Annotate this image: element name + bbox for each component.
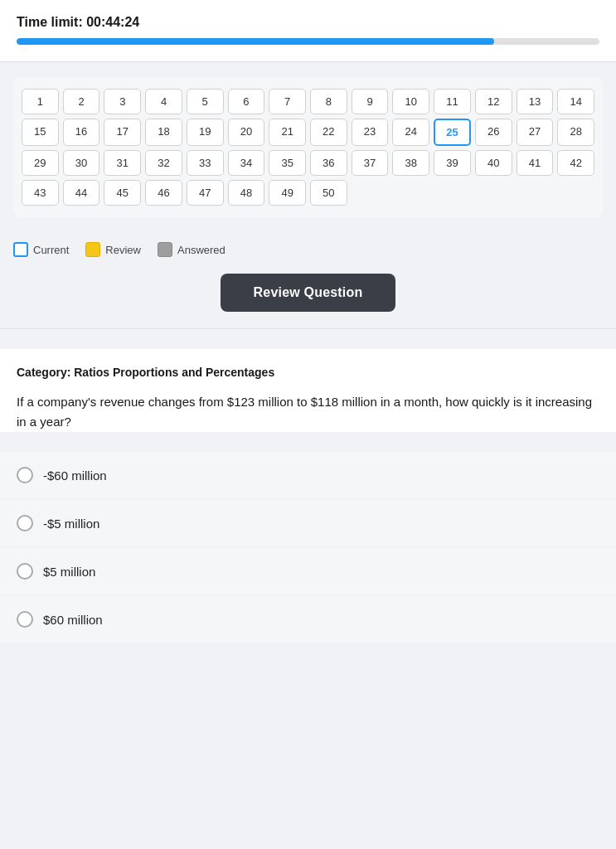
question-text: If a company's revenue changes from $123… (17, 392, 599, 432)
question-grid: 1234567891011121314151617181920212223242… (22, 89, 594, 206)
question-cell-5[interactable]: 5 (187, 89, 224, 114)
question-cell-30[interactable]: 30 (63, 150, 100, 176)
answer-option-3[interactable]: $5 million (0, 548, 616, 594)
answer-label-4: $60 million (43, 613, 103, 627)
legend-answered-label: Answered (177, 244, 226, 256)
answer-label-1: -$60 million (43, 468, 107, 483)
timer-section: Time limit: 00:44:24 (0, 0, 616, 62)
question-cell-48[interactable]: 48 (228, 180, 265, 206)
question-cell-25[interactable]: 25 (434, 119, 471, 146)
question-cell-37[interactable]: 37 (352, 150, 389, 176)
question-cell-49[interactable]: 49 (269, 180, 306, 206)
progress-bar-fill (17, 38, 494, 45)
question-cell-21[interactable]: 21 (269, 119, 306, 146)
question-cell-26[interactable]: 26 (475, 119, 512, 146)
radio-circle-1 (17, 467, 33, 483)
question-cell-22[interactable]: 22 (310, 119, 347, 146)
question-cell-24[interactable]: 24 (392, 119, 429, 146)
question-cell-12[interactable]: 12 (475, 89, 512, 114)
question-cell-42[interactable]: 42 (557, 150, 594, 176)
question-cell-45[interactable]: 45 (104, 180, 141, 206)
question-cell-36[interactable]: 36 (310, 150, 347, 176)
question-cell-16[interactable]: 16 (63, 119, 100, 146)
legend-review-icon (85, 242, 100, 257)
legend-review-label: Review (105, 244, 141, 256)
question-cell-20[interactable]: 20 (228, 119, 265, 146)
question-cell-31[interactable]: 31 (104, 150, 141, 176)
question-section: Category: Ratios Proportions and Percent… (0, 349, 616, 432)
radio-circle-4 (17, 611, 33, 628)
legend-answered-icon (158, 242, 172, 257)
answer-label-2: -$5 million (43, 517, 99, 531)
legend-answered: Answered (158, 242, 226, 257)
legend-current-label: Current (33, 244, 69, 256)
answer-option-1[interactable]: -$60 million (0, 452, 616, 498)
question-cell-23[interactable]: 23 (352, 119, 389, 146)
question-cell-7[interactable]: 7 (269, 89, 306, 114)
radio-circle-2 (17, 515, 33, 531)
answer-option-4[interactable]: $60 million (0, 596, 616, 643)
question-cell-4[interactable]: 4 (145, 89, 182, 114)
question-cell-17[interactable]: 17 (104, 119, 141, 146)
question-cell-46[interactable]: 46 (145, 180, 182, 206)
answer-option-2[interactable]: -$5 million (0, 500, 616, 546)
question-cell-18[interactable]: 18 (145, 119, 182, 146)
question-cell-2[interactable]: 2 (63, 89, 100, 114)
question-cell-19[interactable]: 19 (187, 119, 224, 146)
question-cell-11[interactable]: 11 (434, 89, 471, 114)
question-grid-section: 1234567891011121314151617181920212223242… (13, 77, 603, 217)
question-cell-28[interactable]: 28 (557, 119, 594, 146)
question-cell-35[interactable]: 35 (269, 150, 306, 176)
question-cell-44[interactable]: 44 (63, 180, 100, 206)
question-cell-38[interactable]: 38 (392, 150, 429, 176)
radio-circle-3 (17, 563, 33, 580)
question-cell-33[interactable]: 33 (187, 150, 224, 176)
review-btn-container: Review Question (0, 260, 616, 328)
question-cell-50[interactable]: 50 (310, 180, 347, 206)
question-cell-39[interactable]: 39 (434, 150, 471, 176)
question-cell-8[interactable]: 8 (310, 89, 347, 114)
question-cell-27[interactable]: 27 (517, 119, 554, 146)
legend-current-icon (13, 242, 28, 257)
question-cell-29[interactable]: 29 (22, 150, 59, 176)
question-cell-13[interactable]: 13 (517, 89, 554, 114)
question-cell-47[interactable]: 47 (187, 180, 224, 206)
question-cell-40[interactable]: 40 (475, 150, 512, 176)
question-cell-15[interactable]: 15 (22, 119, 59, 146)
legend-current: Current (13, 242, 69, 257)
category-label: Category: Ratios Proportions and Percent… (17, 366, 599, 379)
review-question-button[interactable]: Review Question (221, 274, 396, 312)
answer-options: -$60 million-$5 million$5 million$60 mil… (0, 452, 616, 643)
question-cell-41[interactable]: 41 (517, 150, 554, 176)
answer-label-3: $5 million (43, 565, 95, 579)
question-cell-14[interactable]: 14 (557, 89, 594, 114)
legend-review: Review (85, 242, 141, 257)
progress-bar-background (17, 38, 599, 45)
question-cell-9[interactable]: 9 (352, 89, 389, 114)
timer-label: Time limit: 00:44:24 (17, 15, 599, 30)
question-cell-32[interactable]: 32 (145, 150, 182, 176)
question-cell-1[interactable]: 1 (22, 89, 59, 114)
legend: Current Review Answered (0, 232, 616, 260)
question-cell-10[interactable]: 10 (392, 89, 429, 114)
question-cell-43[interactable]: 43 (22, 180, 59, 206)
question-cell-3[interactable]: 3 (104, 89, 141, 114)
question-cell-6[interactable]: 6 (228, 89, 265, 114)
divider (0, 328, 616, 329)
question-cell-34[interactable]: 34 (228, 150, 265, 176)
